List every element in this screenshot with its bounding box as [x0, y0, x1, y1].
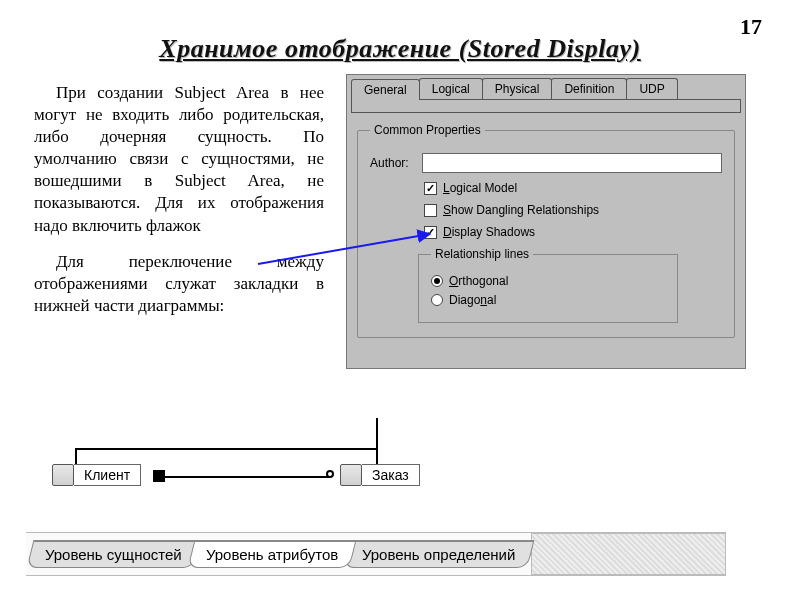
entity-left[interactable]: Клиент: [52, 464, 141, 486]
radio-diagonal[interactable]: Diagonal: [431, 293, 665, 307]
radio-orthogonal[interactable]: Orthogonal: [431, 274, 665, 288]
dialog-tabs: General Logical Physical Definition UDP: [347, 75, 745, 99]
radio-icon: [431, 275, 443, 287]
relationship-lines-group: Relationship lines Orthogonal Diagonal: [418, 247, 678, 323]
entity-right[interactable]: Заказ: [340, 464, 420, 486]
connector: [75, 448, 77, 464]
radio-label: Orthogonal: [449, 274, 508, 288]
er-diagram: Клиент Заказ: [26, 446, 716, 506]
checkbox-logical-model[interactable]: Logical Model: [424, 181, 722, 195]
connector: [156, 476, 330, 478]
author-input[interactable]: [422, 153, 722, 173]
relationship-lines-legend: Relationship lines: [431, 247, 533, 261]
relationship-end-icon: [326, 470, 334, 478]
display-tab-attributes[interactable]: Уровень атрибутов: [187, 540, 356, 568]
text-column: При создании Subject Area в нее могут не…: [34, 74, 324, 331]
entity-label: Заказ: [362, 464, 420, 486]
paragraph-1: При создании Subject Area в нее могут не…: [34, 82, 324, 237]
tab-physical[interactable]: Physical: [482, 78, 553, 99]
author-label: Author:: [370, 156, 422, 170]
checkbox-label: Logical Model: [443, 181, 517, 195]
entity-label: Клиент: [74, 464, 141, 486]
tab-logical[interactable]: Logical: [419, 78, 483, 99]
checkbox-label: Display Shadows: [443, 225, 535, 239]
tab-strip-filler: [531, 533, 726, 575]
checkbox-label: Show Dangling Relationships: [443, 203, 599, 217]
checkbox-show-dangling[interactable]: Show Dangling Relationships: [424, 203, 722, 217]
radio-icon: [431, 294, 443, 306]
display-tab-definitions[interactable]: Уровень определений: [344, 540, 534, 568]
display-tab-strip: Уровень сущностей Уровень атрибутов Уров…: [26, 532, 726, 576]
content-row: При создании Subject Area в нее могут не…: [0, 74, 800, 369]
tab-udp[interactable]: UDP: [626, 78, 677, 99]
page-number: 17: [740, 14, 762, 40]
connector: [376, 448, 378, 464]
tab-general[interactable]: General: [351, 79, 420, 100]
paragraph-2: Для переключение между отображениями слу…: [34, 251, 324, 317]
connector: [376, 418, 378, 448]
page-title: Хранимое отображение (Stored Display): [0, 34, 800, 64]
checkbox-icon: [424, 204, 437, 217]
radio-label: Diagonal: [449, 293, 496, 307]
author-row: Author:: [370, 153, 722, 173]
properties-dialog: General Logical Physical Definition UDP …: [346, 74, 746, 369]
relationship-end-icon: [153, 470, 165, 482]
checkbox-display-shadows[interactable]: Display Shadows: [424, 225, 722, 239]
checkbox-icon: [424, 182, 437, 195]
entity-icon: [52, 464, 74, 486]
connector: [75, 448, 377, 450]
display-tab-entities[interactable]: Уровень сущностей: [27, 540, 201, 568]
common-properties-group: Common Properties Author: Logical Model …: [357, 123, 735, 338]
entity-icon: [340, 464, 362, 486]
common-properties-legend: Common Properties: [370, 123, 485, 137]
checkbox-icon: [424, 226, 437, 239]
tab-definition[interactable]: Definition: [551, 78, 627, 99]
